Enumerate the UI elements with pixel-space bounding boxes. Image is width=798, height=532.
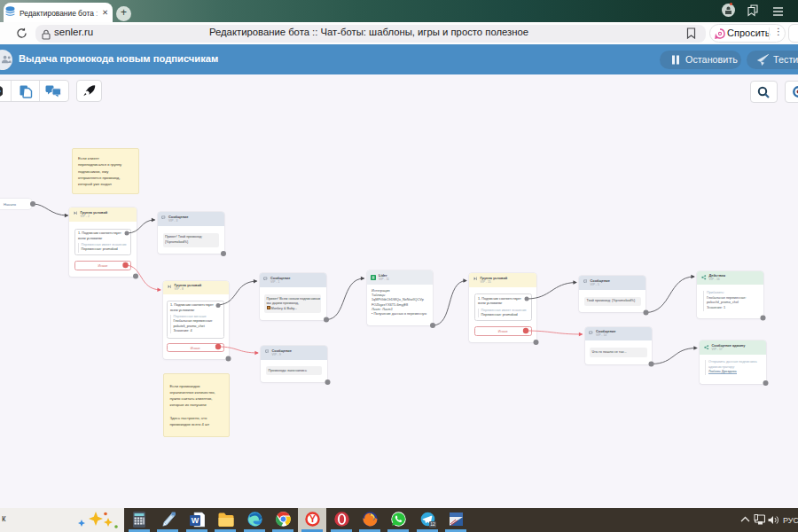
svg-text:W: W <box>192 516 200 525</box>
svg-text:12: 12 <box>430 521 435 527</box>
svg-text:Y: Y <box>309 513 316 524</box>
